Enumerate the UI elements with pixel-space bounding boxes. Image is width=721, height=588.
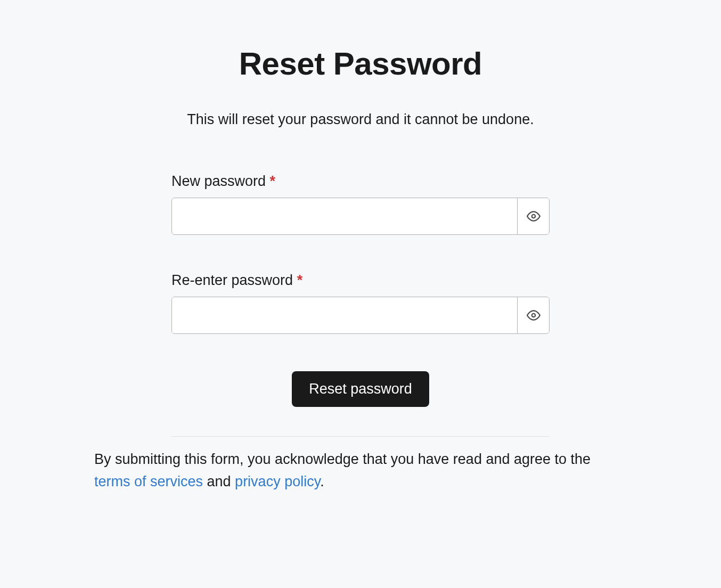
- privacy-policy-link[interactable]: privacy policy: [235, 473, 320, 489]
- required-marker: *: [297, 272, 303, 288]
- terms-of-service-link[interactable]: terms of services: [94, 473, 203, 489]
- page-title: Reset Password: [171, 45, 550, 82]
- reenter-password-label-text: Re-enter password: [171, 272, 293, 288]
- new-password-field: New password *: [171, 173, 550, 235]
- new-password-label: New password *: [171, 173, 550, 190]
- toggle-new-password-visibility-button[interactable]: [517, 198, 549, 234]
- new-password-label-text: New password: [171, 173, 266, 189]
- reenter-password-input[interactable]: [172, 297, 517, 333]
- reset-password-button[interactable]: Reset password: [292, 371, 429, 407]
- new-password-input-group: [171, 198, 550, 235]
- toggle-reenter-password-visibility-button[interactable]: [517, 297, 549, 333]
- reset-password-form: New password * Re-enter password: [171, 173, 550, 407]
- eye-icon: [527, 308, 540, 322]
- required-marker: *: [270, 173, 276, 189]
- reenter-password-label: Re-enter password *: [171, 272, 550, 289]
- submit-button-wrap: Reset password: [171, 371, 550, 407]
- divider: [171, 436, 550, 437]
- svg-point-0: [531, 215, 535, 218]
- eye-icon: [527, 209, 540, 223]
- disclaimer-suffix: .: [320, 473, 324, 489]
- disclaimer-prefix: By submitting this form, you acknowledge…: [94, 451, 591, 467]
- reenter-password-field: Re-enter password *: [171, 272, 550, 334]
- disclaimer-middle: and: [203, 473, 235, 489]
- new-password-input[interactable]: [172, 198, 517, 234]
- disclaimer-text: By submitting this form, you acknowledge…: [94, 448, 627, 493]
- reenter-password-input-group: [171, 297, 550, 334]
- page-subtitle: This will reset your password and it can…: [171, 111, 550, 128]
- reset-password-panel: Reset Password This will reset your pass…: [171, 45, 550, 437]
- svg-point-1: [531, 314, 535, 317]
